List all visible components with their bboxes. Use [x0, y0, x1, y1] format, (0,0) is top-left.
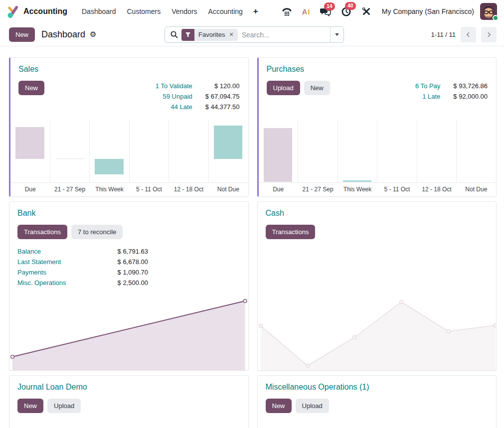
menu-vendors[interactable]: Vendors [166, 4, 202, 18]
x-axis-label: Due [259, 183, 298, 193]
favorites-filter-facet[interactable]: Favorites ✕ [181, 29, 238, 41]
stat-label[interactable]: Misc. Operations [17, 278, 87, 288]
misc-upload-button[interactable]: Upload [296, 399, 329, 413]
x-axis-label: Not Due [457, 183, 496, 193]
search-input[interactable] [238, 31, 330, 39]
search-dropdown-toggle[interactable] [330, 27, 343, 42]
misc-new-button[interactable]: New [266, 399, 292, 413]
add-menu-button[interactable]: + [248, 5, 263, 17]
x-axis-label: Not Due [208, 183, 248, 193]
chart-bar[interactable] [343, 180, 371, 182]
stat-label[interactable]: 1 Late [422, 91, 440, 102]
voip-phone-icon[interactable] [278, 4, 296, 18]
menu-customers[interactable]: Customers [122, 4, 167, 18]
facet-close-icon[interactable]: ✕ [229, 31, 233, 38]
data-point-marker [243, 299, 247, 303]
data-point-marker [494, 324, 496, 327]
misc-card-title[interactable]: Miscellaneous Operations (1) [266, 383, 489, 392]
card-bank: Bank Transactions 7 to reconcile Balance… [9, 201, 249, 371]
search-icon [170, 30, 178, 39]
settings-gear-icon[interactable]: ⚙ [90, 30, 96, 39]
purchases-new-button[interactable]: New [304, 81, 330, 95]
menu-accounting[interactable]: Accounting [203, 4, 248, 18]
data-point-marker [11, 355, 14, 359]
stat-value: $ 1,090.70 [118, 267, 148, 278]
bank-transactions-button[interactable]: Transactions [17, 225, 67, 239]
chart-bar[interactable] [55, 158, 84, 159]
cash-trend-chart[interactable] [258, 298, 497, 370]
sales-card-title[interactable]: Sales [18, 65, 240, 74]
pager-range[interactable]: 1-11 / 11 [431, 31, 456, 38]
x-axis-label: This Week [90, 183, 129, 193]
bank-card-title[interactable]: Bank [17, 209, 240, 218]
stat-label[interactable]: Balance [17, 246, 87, 257]
chart-column [456, 119, 496, 182]
stat-label[interactable]: Payments [17, 267, 87, 278]
purchases-stats: 6 To Pay $ 93,726.86 1 Late $ 92,000.00 [415, 81, 488, 102]
data-point-marker [446, 330, 450, 333]
chart-column [298, 119, 337, 182]
chart-bar[interactable] [214, 126, 242, 159]
bank-trend-chart[interactable] [9, 298, 248, 370]
stat-value: $ 92,000.00 [453, 91, 488, 102]
activities-clock-icon[interactable]: 40 [337, 4, 355, 19]
stat-value: $ 44,377.50 [205, 102, 240, 112]
card-journal-loan-demo: Journal Loan Demo New Upload [9, 375, 249, 428]
app-name[interactable]: Accounting [23, 7, 67, 16]
chart-bar[interactable] [264, 128, 292, 182]
stat-label[interactable]: 44 Late [170, 102, 192, 112]
search-bar[interactable]: Favorites ✕ [165, 26, 344, 43]
sales-new-button[interactable]: New [18, 81, 44, 95]
x-axis-label: This Week [337, 183, 377, 193]
loan-upload-button[interactable]: Upload [47, 399, 81, 413]
x-axis-label: 12 - 18 Oct [169, 183, 208, 193]
chart-bar[interactable] [95, 159, 123, 174]
filter-funnel-icon [181, 29, 194, 41]
x-axis-label: 21 - 27 Sep [298, 183, 337, 193]
new-button[interactable]: New [9, 27, 35, 42]
purchases-aging-chart[interactable]: Due21 - 27 SepThis Week5 - 11 Oct12 - 18… [259, 119, 497, 196]
ai-assistant-icon[interactable]: AI [299, 5, 314, 18]
sales-stats: 1 To Validate $ 120.00 59 Unpaid $ 67,09… [156, 81, 240, 112]
chart-column [208, 119, 248, 182]
purchases-upload-button[interactable]: Upload [267, 81, 300, 95]
data-point-marker [259, 324, 262, 328]
menu-dashboard[interactable]: Dashboard [76, 4, 122, 18]
line-chart-svg [9, 298, 248, 370]
company-name[interactable]: My Company (San Francisco) [382, 7, 474, 15]
stat-value: $ 6,791.63 [118, 246, 148, 257]
pager-previous-button[interactable] [461, 27, 476, 42]
bank-reconcile-button[interactable]: 7 to reconcile [71, 225, 123, 239]
stat-label[interactable]: 59 Unpaid [163, 91, 192, 102]
chevron-right-icon [486, 32, 492, 37]
stat-label[interactable]: 6 To Pay [415, 81, 440, 91]
cash-transactions-button[interactable]: Transactions [266, 225, 316, 239]
purchases-card-title[interactable]: Purchases [267, 65, 489, 74]
messages-icon[interactable]: 14 [317, 5, 335, 18]
accounting-dashboard-page: Accounting Dashboard Customers Vendors A… [0, 0, 504, 428]
main-menu: Dashboard Customers Vendors Accounting + [76, 4, 263, 18]
stat-value: $ 93,726.86 [453, 81, 488, 91]
accounting-app-icon[interactable] [6, 5, 19, 18]
card-purchases: Purchases Upload New 6 To Pay $ 93,726.8… [257, 57, 497, 197]
x-axis-label: 21 - 27 Sep [50, 183, 89, 193]
data-point-marker [399, 300, 403, 304]
tools-icon[interactable] [358, 4, 375, 18]
loan-card-title[interactable]: Journal Loan Demo [17, 383, 240, 392]
stat-label[interactable]: Last Statement [17, 257, 87, 267]
cash-card-title[interactable]: Cash [266, 209, 489, 218]
chart-bar[interactable] [15, 127, 44, 159]
control-panel: New Dashboard ⚙ Favorites ✕ [0, 23, 504, 46]
x-axis-label: Due [10, 183, 50, 193]
user-avatar[interactable] [480, 3, 497, 20]
activities-count-badge: 40 [345, 2, 356, 10]
pager-next-button[interactable] [481, 27, 497, 42]
loan-new-button[interactable]: New [17, 399, 43, 413]
pager: 1-11 / 11 [431, 27, 497, 42]
chart-column [129, 119, 169, 182]
dashboard-grid: Sales New 1 To Validate $ 120.00 59 Unpa… [0, 46, 504, 428]
sales-aging-chart[interactable]: Due21 - 27 SepThis Week5 - 11 Oct12 - 18… [10, 119, 248, 196]
chart-column [337, 119, 377, 182]
stat-value: $ 67,094.75 [205, 91, 240, 102]
stat-label[interactable]: 1 To Validate [156, 81, 192, 91]
